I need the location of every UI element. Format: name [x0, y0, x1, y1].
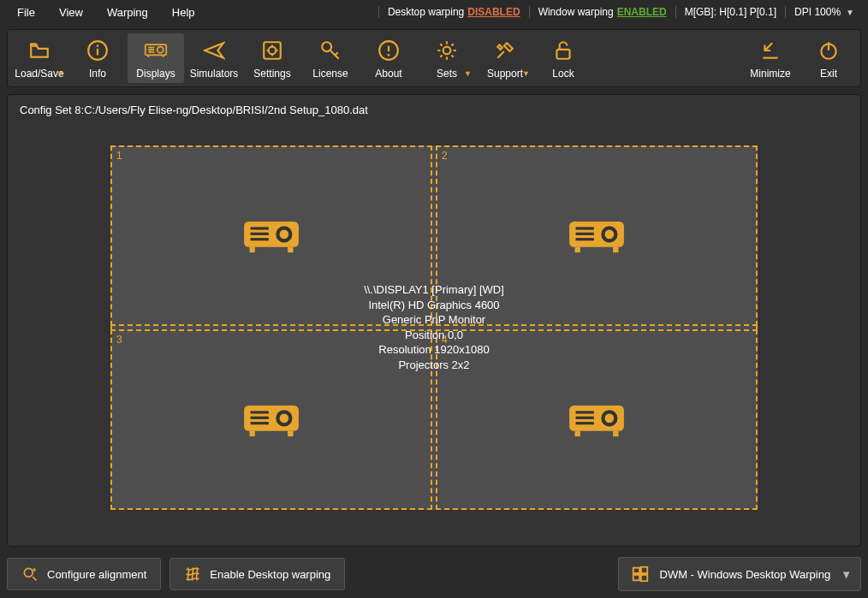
svg-rect-63 — [640, 575, 646, 581]
exit-button[interactable]: Exit — [800, 33, 857, 83]
sets-label: Sets — [437, 68, 457, 80]
projector-number: 2 — [442, 150, 448, 162]
projector-cell-1[interactable]: 1 — [110, 145, 432, 326]
displays-label: Displays — [136, 68, 175, 80]
minimize-label: Minimize — [750, 68, 790, 80]
menu-help[interactable]: Help — [160, 3, 207, 22]
menu-warping[interactable]: Warping — [95, 3, 160, 22]
svg-line-18 — [335, 52, 337, 55]
license-button[interactable]: License — [302, 33, 359, 83]
airplane-icon — [202, 38, 226, 62]
projector-cell-2[interactable]: 2 — [436, 145, 758, 326]
info-label: Info — [89, 68, 106, 80]
svg-point-36 — [605, 229, 615, 239]
menu-bar: File View Warping Help Desktop warping D… — [0, 0, 868, 24]
configure-alignment-button[interactable]: Configure alignment — [7, 558, 161, 590]
projector-number: 1 — [116, 150, 122, 162]
warping-mode-select[interactable]: DWM - Windows Desktop Warping ▼ — [618, 557, 862, 591]
menu-view[interactable]: View — [47, 3, 95, 22]
svg-point-21 — [388, 54, 390, 56]
about-label: About — [375, 68, 401, 80]
svg-rect-61 — [640, 567, 646, 573]
enable-desktop-warping-button[interactable]: Enable Desktop warping — [169, 558, 345, 590]
svg-rect-31 — [251, 238, 269, 240]
minimize-icon — [758, 38, 782, 62]
sets-button[interactable]: Sets ▼ — [419, 33, 475, 83]
svg-rect-29 — [251, 227, 269, 229]
projector-number: 4 — [442, 334, 448, 346]
gear-icon — [435, 38, 459, 62]
svg-rect-10 — [264, 42, 281, 59]
exit-label: Exit — [820, 68, 837, 80]
svg-rect-53 — [576, 411, 594, 413]
svg-point-52 — [605, 413, 615, 423]
power-icon — [817, 38, 841, 62]
chevron-down-icon: ▼ — [841, 568, 852, 581]
status-desktop-warping[interactable]: Desktop warping DISABLED — [378, 6, 529, 18]
projector-icon — [242, 400, 300, 441]
projector-number: 3 — [116, 334, 122, 346]
chevron-down-icon: ▼ — [56, 69, 64, 78]
svg-point-44 — [280, 413, 289, 423]
tools-icon — [493, 38, 517, 62]
bottom-bar: Configure alignment Enable Desktop warpi… — [0, 550, 868, 598]
about-icon — [377, 38, 401, 62]
projector-icon — [568, 216, 626, 257]
chevron-down-icon: ▼ — [464, 69, 472, 78]
svg-rect-55 — [576, 422, 594, 424]
support-button[interactable]: Support ▼ — [477, 33, 533, 83]
alignment-icon — [21, 565, 39, 583]
svg-rect-39 — [576, 238, 594, 240]
status-dpi[interactable]: DPI 100% ▼ — [785, 6, 863, 18]
projector-cell-3[interactable]: 3 — [110, 329, 432, 510]
warp-grid-icon — [184, 565, 201, 583]
windows-icon — [631, 565, 650, 583]
info-icon — [86, 38, 110, 62]
svg-rect-62 — [633, 575, 639, 580]
displays-button[interactable]: Displays — [128, 33, 184, 83]
minimize-button[interactable]: Minimize — [742, 33, 799, 83]
load-save-button[interactable]: Load/Save ▼ — [11, 33, 68, 83]
svg-rect-56 — [575, 430, 580, 435]
svg-rect-38 — [576, 232, 594, 234]
status-desktop-warping-state: DISABLED — [467, 6, 520, 18]
projector-icon — [144, 38, 168, 62]
menu-file[interactable]: File — [5, 3, 47, 22]
svg-point-59 — [33, 568, 35, 571]
svg-rect-41 — [613, 246, 618, 252]
svg-rect-33 — [288, 246, 293, 252]
svg-line-17 — [330, 50, 339, 59]
svg-rect-60 — [633, 568, 639, 573]
svg-rect-48 — [250, 430, 255, 435]
toolbar: Load/Save ▼ Info Displays Simulators Set… — [7, 29, 861, 87]
key-icon — [318, 38, 342, 62]
info-button[interactable]: Info — [69, 33, 126, 83]
settings-button[interactable]: Settings — [244, 33, 300, 83]
settings-panel-icon — [260, 38, 284, 62]
svg-rect-40 — [575, 246, 580, 252]
projector-cell-4[interactable]: 4 — [436, 329, 758, 510]
projector-icon — [568, 400, 626, 441]
svg-point-11 — [269, 47, 276, 55]
svg-point-28 — [280, 229, 289, 239]
svg-rect-37 — [576, 227, 594, 229]
enable-desktop-warping-label: Enable Desktop warping — [210, 568, 330, 581]
lock-button[interactable]: Lock — [535, 33, 592, 83]
display-grid[interactable]: 1 2 3 4 \\.\DISPLAY1 [Primary] [WD] Inte… — [110, 145, 758, 510]
svg-rect-49 — [288, 430, 293, 435]
status-window-warping-state: ENABLED — [617, 6, 667, 18]
settings-label: Settings — [253, 68, 290, 80]
svg-point-58 — [24, 568, 33, 577]
chevron-down-icon: ▼ — [846, 8, 854, 17]
svg-rect-30 — [251, 232, 269, 234]
about-button[interactable]: About — [360, 33, 417, 83]
status-window-warping[interactable]: Window warping ENABLED — [529, 6, 675, 18]
svg-rect-46 — [251, 416, 269, 418]
lock-label: Lock — [552, 68, 574, 80]
svg-point-4 — [158, 47, 163, 53]
projector-icon — [242, 216, 300, 257]
simulators-button[interactable]: Simulators — [186, 33, 242, 83]
config-path: Config Set 8:C:/Users/Fly Elise-ng/Deskt… — [20, 104, 848, 116]
status-memory: M[GB]: H[0.1] P[0.1] — [675, 6, 785, 18]
status-desktop-warping-label: Desktop warping — [388, 6, 464, 18]
